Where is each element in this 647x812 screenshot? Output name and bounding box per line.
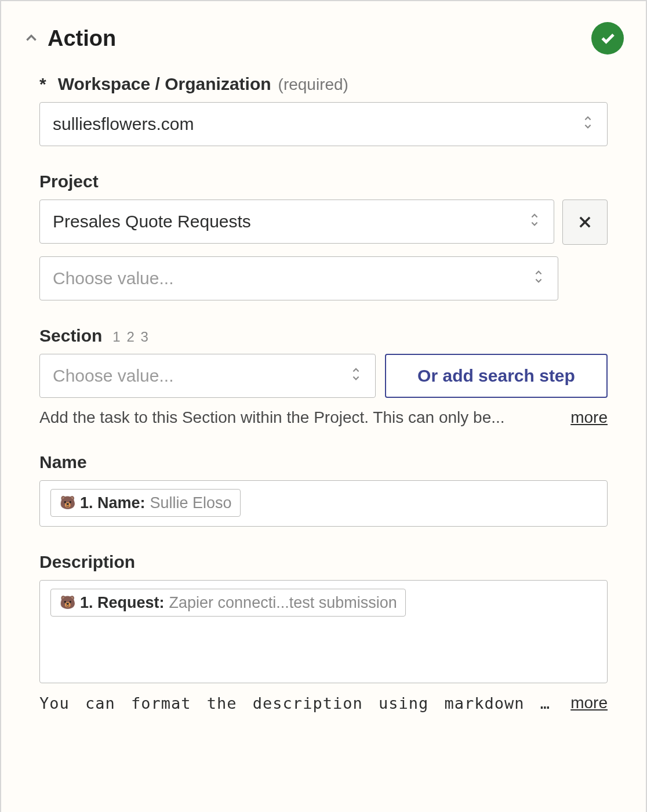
field-workspace: * Workspace / Organization (required) su… (39, 74, 608, 146)
description-pill-value: Zapier connecti...test submission (169, 594, 397, 612)
add-search-step-button[interactable]: Or add search step (385, 354, 608, 398)
panel-title: Action (48, 26, 591, 51)
collapse-toggle-icon[interactable] (23, 30, 39, 46)
section-more-link[interactable]: more (570, 408, 608, 427)
workspace-value: sulliesflowers.com (53, 114, 194, 134)
section-help-text: Add the task to this Section within the … (39, 408, 570, 427)
description-more-link[interactable]: more (570, 694, 608, 712)
form-area: * Workspace / Organization (required) su… (7, 68, 640, 712)
description-mapped-pill[interactable]: 🐻 1. Request: Zapier connecti...test sub… (50, 589, 406, 617)
field-name: Name 🐻 1. Name: Sullie Eloso (39, 452, 608, 527)
field-section: Section 1 2 3 Choose value... Or add sea… (39, 326, 608, 427)
status-complete-icon (591, 22, 624, 55)
select-arrows-icon (532, 269, 545, 289)
project-remove-button[interactable] (562, 200, 608, 245)
project-select[interactable]: Presales Quote Requests (39, 200, 554, 244)
action-panel: Action * Workspace / Organization (requi… (0, 0, 647, 812)
select-arrows-icon (581, 114, 594, 135)
select-arrows-icon (350, 366, 362, 386)
required-hint: (required) (278, 75, 348, 94)
project-secondary-select[interactable]: Choose value... (39, 256, 558, 300)
name-pill-key: 1. Name: (80, 494, 146, 512)
project-secondary-placeholder: Choose value... (53, 269, 173, 288)
app-avatar-icon: 🐻 (59, 496, 75, 510)
workspace-label: Workspace / Organization (58, 74, 271, 94)
field-description: Description 🐻 1. Request: Zapier connect… (39, 552, 608, 712)
name-pill-value: Sullie Eloso (150, 494, 232, 512)
app-avatar-icon: 🐻 (59, 596, 75, 610)
name-label: Name (39, 452, 87, 472)
description-input[interactable]: 🐻 1. Request: Zapier connecti...test sub… (39, 580, 608, 683)
section-label: Section (39, 326, 102, 346)
section-placeholder: Choose value... (53, 366, 173, 386)
required-asterisk: * (39, 74, 46, 94)
section-select[interactable]: Choose value... (39, 354, 376, 398)
panel-header: Action (7, 1, 640, 68)
name-input[interactable]: 🐻 1. Name: Sullie Eloso (39, 480, 608, 527)
select-arrows-icon (528, 212, 541, 232)
description-pill-key: 1. Request: (80, 594, 165, 612)
description-label: Description (39, 552, 135, 572)
name-mapped-pill[interactable]: 🐻 1. Name: Sullie Eloso (50, 489, 241, 517)
section-counter: 1 2 3 (112, 329, 149, 345)
workspace-select[interactable]: sulliesflowers.com (39, 102, 608, 146)
description-help-text: You can format the description using mar… (39, 694, 570, 712)
field-project: Project Presales Quote Requests Choose (39, 172, 608, 300)
project-value: Presales Quote Requests (53, 212, 251, 231)
project-label: Project (39, 172, 99, 191)
